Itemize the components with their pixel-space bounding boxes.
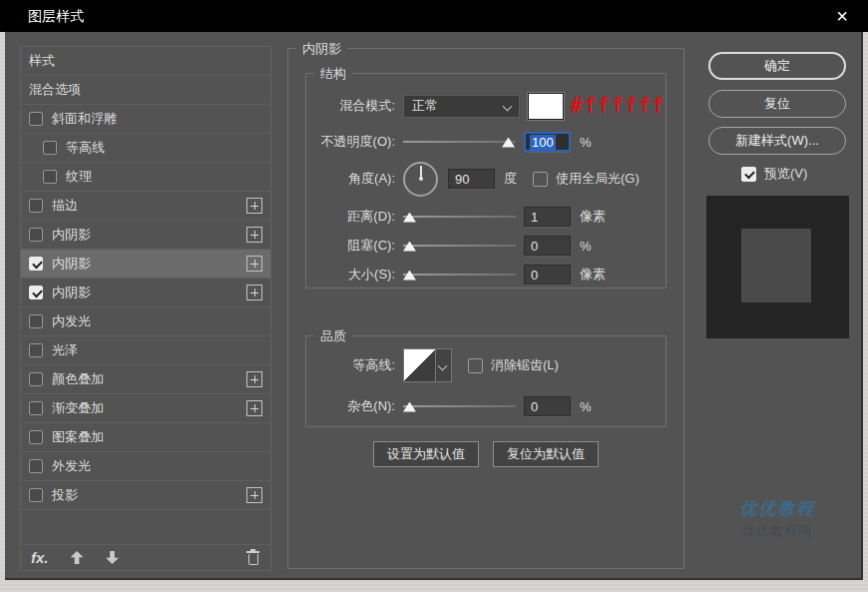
effects-list: 样式混合选项斜面和浮雕等高线纹理描边内阴影内阴影内阴影内发光光泽颜色叠加渐变叠加… bbox=[20, 46, 271, 571]
add-effect-plus-icon[interactable] bbox=[246, 487, 262, 503]
sidebar-item-label: 投影 bbox=[52, 486, 237, 504]
slider-thumb[interactable] bbox=[403, 242, 416, 252]
effect-checkbox[interactable] bbox=[43, 170, 57, 184]
ok-button[interactable]: 确定 bbox=[708, 52, 846, 80]
effect-checkbox[interactable] bbox=[29, 228, 43, 242]
opacity-input[interactable]: 100 bbox=[524, 132, 571, 152]
opacity-slider[interactable] bbox=[403, 136, 516, 149]
size-row: 大小(S): 0 像素 bbox=[306, 263, 665, 287]
noise-input[interactable]: 0 bbox=[524, 396, 571, 416]
fx-icon[interactable]: fx. bbox=[31, 549, 49, 566]
sidebar-item-9[interactable]: 内发光 bbox=[21, 307, 270, 336]
contour-dropdown-strip[interactable] bbox=[436, 349, 451, 381]
add-effect-plus-icon[interactable] bbox=[246, 285, 262, 300]
close-icon[interactable]: × bbox=[828, 2, 856, 30]
dialog-title: 图层样式 bbox=[28, 8, 84, 26]
add-effect-plus-icon[interactable] bbox=[246, 371, 262, 387]
sidebar-item-3[interactable]: 等高线 bbox=[21, 134, 270, 163]
contour-picker[interactable] bbox=[403, 348, 452, 382]
global-light-checkbox[interactable] bbox=[533, 172, 548, 187]
sidebar-item-12[interactable]: 渐变叠加 bbox=[21, 394, 270, 423]
move-effect-up-icon[interactable] bbox=[71, 551, 84, 564]
effect-checkbox[interactable] bbox=[29, 112, 43, 126]
slider-track bbox=[403, 216, 516, 218]
panel-title: 内阴影 bbox=[296, 40, 347, 58]
sidebar-item-5[interactable]: 描边 bbox=[21, 192, 270, 221]
new-style-button[interactable]: 新建样式(W)... bbox=[708, 127, 846, 155]
choke-input[interactable]: 0 bbox=[524, 236, 571, 256]
effect-checkbox[interactable] bbox=[29, 257, 43, 271]
effect-checkbox[interactable] bbox=[29, 199, 43, 213]
preview-toggle-row: 预览(V) bbox=[741, 165, 807, 183]
default-buttons-row: 设置为默认值 复位为默认值 bbox=[305, 441, 666, 467]
antialias-label: 消除锯齿(L) bbox=[491, 356, 559, 374]
antialias-checkbox[interactable] bbox=[468, 358, 483, 373]
sidebar-item-0[interactable]: 样式 bbox=[21, 47, 270, 76]
delete-effect-icon[interactable] bbox=[245, 550, 260, 566]
move-effect-down-icon[interactable] bbox=[106, 551, 119, 564]
effect-checkbox[interactable] bbox=[29, 286, 43, 299]
sidebar-item-label: 样式 bbox=[29, 52, 262, 70]
sidebar-item-1[interactable]: 混合选项 bbox=[21, 76, 270, 105]
sidebar-item-label: 内阴影 bbox=[52, 284, 237, 301]
slider-thumb[interactable] bbox=[403, 213, 416, 223]
angle-dial[interactable] bbox=[403, 162, 438, 197]
sidebar-item-4[interactable]: 纹理 bbox=[21, 163, 270, 192]
size-slider[interactable] bbox=[403, 269, 516, 282]
slider-thumb[interactable] bbox=[403, 402, 416, 412]
sidebar-item-14[interactable]: 外发光 bbox=[21, 452, 270, 481]
effect-checkbox[interactable] bbox=[29, 372, 43, 386]
sidebar-item-10[interactable]: 光泽 bbox=[21, 336, 270, 365]
structure-group: 结构 混合模式: 正常 #ffffff 不透明度(O): bbox=[305, 73, 666, 289]
blend-mode-row: 混合模式: 正常 #ffffff bbox=[306, 94, 665, 118]
opacity-unit: % bbox=[580, 135, 592, 150]
reset-button[interactable]: 复位 bbox=[708, 90, 846, 118]
sidebar-item-6[interactable]: 内阴影 bbox=[21, 221, 270, 250]
sidebar-item-label: 内发光 bbox=[52, 312, 262, 330]
distance-slider[interactable] bbox=[403, 211, 516, 224]
sidebar-item-label: 光泽 bbox=[52, 341, 262, 359]
blend-mode-select[interactable]: 正常 bbox=[403, 95, 520, 118]
add-effect-plus-icon[interactable] bbox=[246, 198, 262, 214]
effect-checkbox[interactable] bbox=[43, 141, 57, 155]
effect-checkbox[interactable] bbox=[29, 459, 43, 473]
contour-thumbnail bbox=[404, 349, 436, 381]
sidebar-item-15[interactable]: 投影 bbox=[21, 481, 270, 510]
size-unit: 像素 bbox=[580, 266, 606, 284]
effect-checkbox[interactable] bbox=[29, 488, 43, 502]
effect-checkbox[interactable] bbox=[29, 401, 43, 415]
add-effect-plus-icon[interactable] bbox=[246, 227, 262, 243]
blend-mode-value: 正常 bbox=[412, 97, 438, 115]
angle-dial-center bbox=[419, 177, 423, 181]
sidebar-item-label: 颜色叠加 bbox=[52, 370, 237, 388]
distance-input[interactable]: 1 bbox=[524, 207, 571, 227]
choke-slider[interactable] bbox=[403, 240, 516, 253]
angle-input[interactable]: 90 bbox=[448, 169, 495, 189]
sidebar-item-label: 描边 bbox=[52, 197, 237, 215]
global-light-label: 使用全局光(G) bbox=[556, 170, 640, 188]
shadow-color-swatch[interactable] bbox=[528, 93, 564, 120]
reset-default-button[interactable]: 复位为默认值 bbox=[493, 441, 599, 467]
add-effect-plus-icon[interactable] bbox=[246, 256, 262, 272]
sidebar-item-11[interactable]: 颜色叠加 bbox=[21, 365, 270, 394]
size-input[interactable]: 0 bbox=[524, 265, 571, 285]
sidebar-item-7[interactable]: 内阴影 bbox=[21, 250, 270, 279]
effect-checkbox[interactable] bbox=[29, 430, 43, 444]
effect-checkbox[interactable] bbox=[29, 314, 43, 328]
preview-checkbox[interactable] bbox=[741, 167, 756, 182]
choke-value: 0 bbox=[531, 239, 538, 254]
sidebar-item-13[interactable]: 图案叠加 bbox=[21, 423, 270, 452]
slider-thumb[interactable] bbox=[403, 271, 416, 281]
layer-style-dialog: 样式混合选项斜面和浮雕等高线纹理描边内阴影内阴影内阴影内发光光泽颜色叠加渐变叠加… bbox=[5, 32, 863, 580]
contour-row: 等高线: 消除锯齿(L) bbox=[306, 348, 665, 382]
effect-checkbox[interactable] bbox=[29, 343, 43, 357]
set-default-button[interactable]: 设置为默认值 bbox=[373, 441, 479, 467]
choke-label: 阻塞(C): bbox=[306, 237, 403, 255]
sidebar-item-label: 等高线 bbox=[66, 139, 262, 157]
trash-body bbox=[248, 554, 258, 565]
noise-slider[interactable] bbox=[403, 400, 516, 413]
add-effect-plus-icon[interactable] bbox=[246, 400, 262, 416]
sidebar-item-8[interactable]: 内阴影 bbox=[21, 279, 270, 307]
sidebar-item-2[interactable]: 斜面和浮雕 bbox=[21, 105, 270, 134]
slider-thumb[interactable] bbox=[502, 138, 515, 148]
